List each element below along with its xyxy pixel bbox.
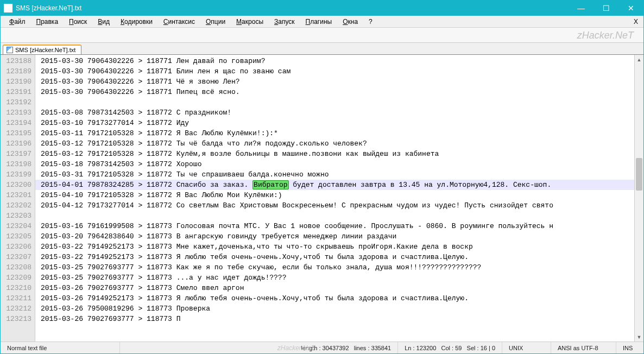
code-line[interactable]: 2015-03-25 79027693777 > 118773 ...а у н… xyxy=(41,273,634,283)
code-line[interactable]: 2015-03-30 79064302226 > 118771 Лен дава… xyxy=(41,56,634,66)
code-line[interactable]: 2015-04-01 79878324285 > 118772 Спасибо … xyxy=(41,180,634,190)
menu-плагины[interactable]: Плагины xyxy=(300,16,338,27)
status-ins: INS xyxy=(616,342,643,353)
tab-active[interactable]: SMS [zHacker.NeT].txt xyxy=(3,45,81,54)
line-number: 123189 xyxy=(1,66,31,77)
code-line[interactable]: 2015-03-26 79500819296 > 118773 Проверка xyxy=(41,304,634,314)
line-number: 123213 xyxy=(1,314,31,324)
code-line[interactable]: 2015-03-25 79027693777 > 118773 Как же я… xyxy=(41,262,634,273)
close-button[interactable]: ✕ xyxy=(618,1,643,16)
code-line[interactable]: 2015-03-30 79064302226 > 118771 Блин лен… xyxy=(41,66,634,77)
scroll-track[interactable] xyxy=(635,64,643,332)
line-number: 123194 xyxy=(1,118,31,128)
vertical-scrollbar[interactable]: ▲ ▼ xyxy=(634,55,643,342)
line-number: 123201 xyxy=(1,190,31,200)
window-controls: — ☐ ✕ xyxy=(569,1,643,16)
line-number: 123193 xyxy=(1,108,31,118)
code-line[interactable]: 2015-03-11 79172105328 > 118772 Я Вас Лю… xyxy=(41,128,634,138)
code-line[interactable]: 2015-03-10 79173277014 > 118772 Иду xyxy=(41,118,634,128)
menu-окна[interactable]: Окна xyxy=(337,16,363,27)
app-icon xyxy=(4,4,12,12)
minimize-button[interactable]: — xyxy=(569,1,594,16)
scroll-thumb[interactable] xyxy=(636,158,642,191)
tab-label: SMS [zHacker.NeT].txt xyxy=(15,47,75,53)
code-line[interactable] xyxy=(41,211,634,221)
code-line[interactable]: 2015-03-26 79149252173 > 118773 Я люблю … xyxy=(41,293,634,304)
line-number: 123203 xyxy=(1,211,31,221)
menu-bar: ФайлПравкаПоискВидКодировкиСинтаксисОпци… xyxy=(1,16,643,28)
line-number: 123212 xyxy=(1,304,31,314)
maximize-button[interactable]: ☐ xyxy=(594,1,618,16)
line-number: 123208 xyxy=(1,262,31,273)
line-number: 123199 xyxy=(1,169,31,180)
line-number: 123188 xyxy=(1,56,31,66)
line-number: 123205 xyxy=(1,231,31,242)
title-bar: SMS [zHacker.NeT].txt — ☐ ✕ xyxy=(1,1,643,16)
code-line[interactable]: 2015-03-20 79642838640 > 118773 В ангарс… xyxy=(41,231,634,242)
line-number: 123207 xyxy=(1,252,31,262)
line-number: 123190 xyxy=(1,77,31,87)
code-line[interactable]: 2015-03-31 79172105328 > 118772 Ты че сп… xyxy=(41,169,634,180)
line-number: 123197 xyxy=(1,149,31,159)
code-line[interactable]: 2015-04-10 79172105328 > 118772 Я Вас Лю… xyxy=(41,190,634,200)
line-number: 123192 xyxy=(1,97,31,108)
editor-area: 1231881231891231901231911231921231931231… xyxy=(1,55,643,342)
code-content[interactable]: 2015-03-30 79064302226 > 118771 Лен дава… xyxy=(35,55,634,342)
menu-правка[interactable]: Правка xyxy=(31,16,64,27)
line-number: 123196 xyxy=(1,138,31,149)
status-length: length : 30437392 lines : 335841 xyxy=(294,342,398,353)
status-filetype: Normal text file xyxy=(1,342,120,353)
status-eol: UNIX xyxy=(502,342,551,353)
tab-bar: SMS [zHacker.NeT].txt xyxy=(1,43,643,55)
line-number: 123198 xyxy=(1,159,31,169)
scroll-down-arrow[interactable]: ▼ xyxy=(635,332,643,342)
menu-поиск[interactable]: Поиск xyxy=(64,16,92,27)
toolbar: zHacker.NeT xyxy=(1,28,643,43)
menu-макросы[interactable]: Макросы xyxy=(231,16,269,27)
line-number-gutter: 1231881231891231901231911231921231931231… xyxy=(1,55,35,342)
status-position: Ln : 123200 Col : 59 Sel : 16 | 0 xyxy=(398,342,502,353)
line-number: 123200 xyxy=(1,180,31,190)
search-highlight: Вибратор xyxy=(252,180,288,189)
line-number: 123206 xyxy=(1,242,31,252)
menu-вид[interactable]: Вид xyxy=(92,16,115,27)
line-number: 123211 xyxy=(1,293,31,304)
code-line[interactable] xyxy=(41,97,634,108)
watermark: zHacker.NeT xyxy=(577,30,634,41)
document-icon xyxy=(7,47,13,53)
menu-запуск[interactable]: Запуск xyxy=(269,16,300,27)
code-line[interactable]: 2015-03-12 79172105328 > 118772 Кулём,я … xyxy=(41,149,634,159)
line-number: 123202 xyxy=(1,200,31,211)
menu-файл[interactable]: Файл xyxy=(4,16,31,27)
status-bar: Normal text file zHacker.NeT length : 30… xyxy=(1,342,643,353)
line-number: 123204 xyxy=(1,221,31,231)
code-line[interactable]: 2015-04-12 79173277014 > 118772 Со светл… xyxy=(41,200,634,211)
menu-?[interactable]: ? xyxy=(363,16,378,27)
window-title: SMS [zHacker.NeT].txt xyxy=(16,4,81,12)
menu-опции[interactable]: Опции xyxy=(200,16,231,27)
code-line[interactable]: 2015-03-22 79149252173 > 118773 Мне каже… xyxy=(41,242,634,252)
code-line[interactable]: 2015-03-30 79064302226 > 118771 Чё я зво… xyxy=(41,77,634,87)
line-number: 123210 xyxy=(1,283,31,293)
scroll-up-arrow[interactable]: ▲ xyxy=(635,55,643,64)
code-line[interactable]: 2015-03-18 79873142503 > 118772 Хорошо xyxy=(41,159,634,169)
code-line[interactable]: 2015-03-26 79027693777 > 118773 Смело вв… xyxy=(41,283,634,293)
status-encoding: ANSI as UTF-8 xyxy=(551,342,616,353)
code-line[interactable]: 2015-03-08 79873142503 > 118772 С праздн… xyxy=(41,108,634,118)
line-number: 123195 xyxy=(1,128,31,138)
menu-кодировки[interactable]: Кодировки xyxy=(115,16,158,27)
line-number: 123191 xyxy=(1,87,31,97)
document-close-x[interactable]: X xyxy=(634,18,638,26)
code-line[interactable]: 2015-03-26 79027693777 > 118773 П xyxy=(41,314,634,324)
code-line[interactable]: 2015-03-12 79172105328 > 118772 Ты чё ба… xyxy=(41,138,634,149)
code-line[interactable]: 2015-03-22 79149252173 > 118773 Я люблю … xyxy=(41,252,634,262)
line-number: 123209 xyxy=(1,273,31,283)
code-line[interactable]: 2015-03-30 79064302226 > 118771 Пипец вс… xyxy=(41,87,634,97)
code-line[interactable]: 2015-03-16 79161999508 > 118773 Голосова… xyxy=(41,221,634,231)
menu-синтаксис[interactable]: Синтаксис xyxy=(158,16,200,27)
